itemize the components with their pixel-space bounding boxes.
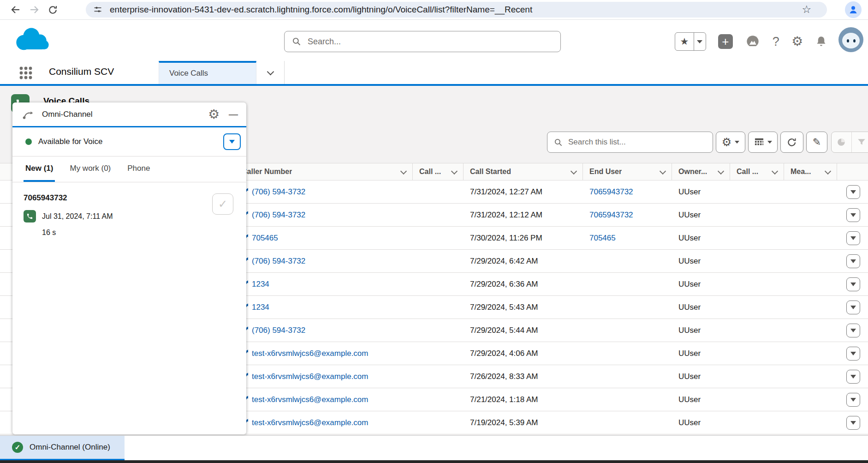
call-started-cell: 7/29/2024, 4:06 AM (464, 342, 583, 365)
header-owner[interactable]: Owner... (672, 163, 730, 180)
header-call-1[interactable]: Call ... (413, 163, 464, 180)
favorites-dropdown-button[interactable] (694, 33, 706, 50)
row-actions-button[interactable] (846, 301, 860, 314)
omni-tab-new[interactable]: New (1) (24, 156, 55, 182)
row-actions-cell (837, 296, 868, 319)
row-actions-button[interactable] (846, 347, 860, 361)
caller-number-link[interactable]: test-x6rvsmlwjcs6@example.com (252, 395, 368, 404)
display-as-button[interactable] (748, 132, 778, 153)
row-actions-button[interactable] (846, 393, 860, 407)
row-actions-button[interactable] (846, 208, 860, 222)
header-call-started[interactable]: Call Started (464, 163, 583, 180)
end-user-cell (583, 273, 672, 295)
call-cell-2 (730, 227, 784, 249)
end-user-cell: 705465 (583, 227, 672, 249)
call-cell (413, 411, 464, 434)
call-cell-2 (730, 411, 784, 434)
omni-minimize-button[interactable]: — (229, 109, 238, 120)
notifications-button[interactable] (815, 35, 827, 48)
screen: enterprise-innovation-5431-dev-ed.scratc… (0, 0, 868, 463)
row-actions-button[interactable] (846, 277, 860, 291)
browser-reload-button[interactable] (43, 1, 62, 18)
owner-cell: UUser (672, 227, 730, 249)
call-cell (413, 204, 464, 226)
tab-dropdown-button[interactable] (256, 61, 284, 84)
header-end-user[interactable]: End User (583, 163, 672, 180)
trailhead-button[interactable] (745, 34, 761, 49)
end-user-link[interactable]: 7065943732 (589, 210, 633, 220)
omni-tab-phone[interactable]: Phone (125, 156, 152, 182)
header-call-2[interactable]: Call ... (730, 163, 784, 180)
utility-item-omni-channel[interactable]: ✓ Omni-Channel (Online) (0, 436, 125, 460)
caller-number-link[interactable]: (706) 594-3732 (252, 257, 305, 266)
row-actions-button[interactable] (846, 416, 860, 430)
caller-number-link[interactable]: 1234 (252, 303, 269, 312)
bookmark-star-button[interactable]: ☆ (799, 3, 814, 16)
browser-forward-button[interactable] (25, 1, 43, 18)
row-actions-button[interactable] (846, 324, 860, 337)
owner-cell: UUser (672, 273, 730, 295)
end-user-cell (583, 250, 672, 272)
list-search-input[interactable] (567, 137, 713, 147)
setup-gear-button[interactable]: ⚙ (791, 35, 803, 48)
header-measure[interactable]: Mea... (784, 163, 837, 180)
browser-profile-avatar[interactable] (845, 1, 862, 18)
chevron-down-icon (850, 329, 856, 332)
chevron-down-icon (850, 236, 856, 240)
call-cell (413, 296, 464, 319)
global-actions-button[interactable]: + (718, 34, 733, 49)
inline-edit-button[interactable]: ✎ (806, 132, 827, 153)
app-launcher-button[interactable] (18, 66, 33, 80)
filter-funnel-icon (856, 137, 867, 147)
global-search-box[interactable] (284, 31, 561, 52)
list-view-controls-button[interactable]: ⚙ (716, 132, 745, 153)
caller-number-link[interactable]: test-x6rvsmlwjcs6@example.com (252, 372, 368, 381)
caller-number-link[interactable]: (706) 594-3732 (252, 210, 305, 220)
caller-number-link[interactable]: 1234 (252, 280, 269, 289)
user-avatar[interactable] (838, 27, 863, 52)
refresh-button[interactable] (780, 132, 803, 153)
browser-back-button[interactable] (6, 1, 25, 18)
accept-work-button[interactable]: ✓ (212, 193, 233, 215)
owner-cell: UUser (672, 296, 730, 319)
header-caller-number[interactable]: Caller Number (235, 163, 413, 180)
charts-button[interactable] (832, 132, 851, 152)
row-actions-button[interactable] (846, 370, 860, 384)
row-actions-cell (837, 250, 868, 272)
caller-number-cell: test-x6rvsmlwjcs6@example.com (235, 388, 413, 411)
header-actions (837, 163, 868, 180)
call-cell-2 (730, 273, 784, 295)
chevron-down-icon (229, 140, 235, 144)
address-bar[interactable]: enterprise-innovation-5431-dev-ed.scratc… (86, 2, 827, 18)
row-actions-button[interactable] (846, 185, 860, 199)
end-user-link[interactable]: 705465 (589, 234, 616, 243)
chevron-down-icon (850, 421, 856, 425)
help-button[interactable]: ? (773, 35, 779, 49)
tab-voice-calls[interactable]: Voice Calls (159, 61, 256, 84)
caller-number-link[interactable]: (706) 594-3732 (252, 187, 305, 197)
omni-tab-my-work[interactable]: My work (0) (68, 156, 113, 182)
filters-button[interactable] (851, 132, 868, 152)
row-actions-cell (837, 227, 868, 249)
end-user-link[interactable]: 7065943732 (589, 187, 633, 197)
list-search-box[interactable] (547, 132, 713, 153)
caller-number-link[interactable]: test-x6rvsmlwjcs6@example.com (252, 349, 368, 358)
chart-filter-button-group (831, 132, 868, 153)
pie-chart-icon (836, 137, 846, 147)
call-cell-2 (730, 342, 784, 365)
row-actions-button[interactable] (846, 231, 860, 245)
app-launcher-waffle-icon (18, 66, 33, 80)
status-dropdown-button[interactable] (223, 133, 241, 150)
row-actions-cell (837, 388, 868, 411)
caller-number-link[interactable]: 705465 (252, 234, 278, 243)
caller-number-link[interactable]: (706) 594-3732 (252, 326, 305, 335)
caller-number-link[interactable]: test-x6rvsmlwjcs6@example.com (252, 418, 368, 427)
favorites-star-button[interactable]: ★ (675, 33, 694, 50)
end-user-cell (583, 296, 672, 319)
omni-settings-button[interactable]: ⚙ (208, 108, 220, 121)
call-started-cell: 7/21/2024, 1:18 AM (464, 388, 583, 411)
global-search-input[interactable] (307, 36, 560, 47)
row-actions-button[interactable] (846, 254, 860, 268)
url-text: enterprise-innovation-5431-dev-ed.scratc… (110, 5, 827, 15)
call-started-cell: 7/29/2024, 5:44 AM (464, 319, 583, 342)
